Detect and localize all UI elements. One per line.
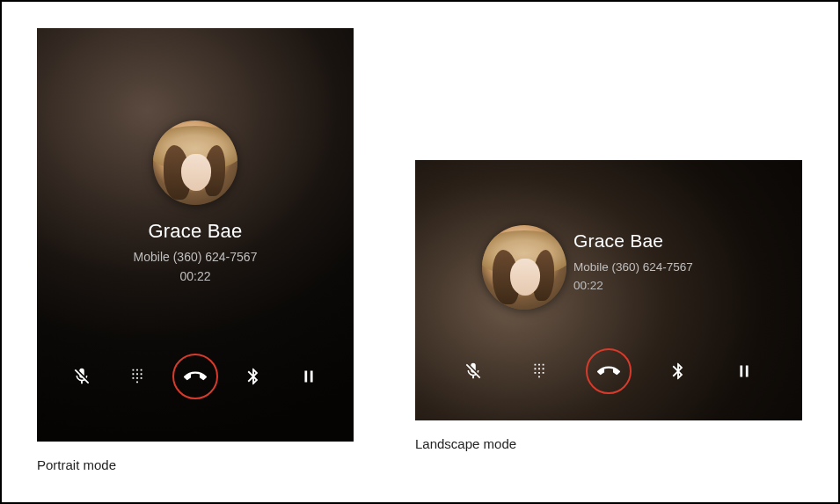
phone-line: Mobile (360) 624-7567 xyxy=(37,250,354,264)
landscape-column: Grace Bae Mobile (360) 624-7567 00:22 xyxy=(415,160,802,451)
mic-off-icon xyxy=(464,362,483,381)
bluetooth-button[interactable] xyxy=(659,352,698,391)
dialpad-button[interactable] xyxy=(118,357,157,396)
call-info: Grace Bae Mobile (360) 624-7567 00:22 xyxy=(573,230,693,292)
call-info: Grace Bae Mobile (360) 624-7567 00:22 xyxy=(37,220,354,283)
call-duration: 00:22 xyxy=(37,269,354,283)
call-controls xyxy=(37,354,354,399)
landscape-caption: Landscape mode xyxy=(415,436,802,451)
mute-button[interactable] xyxy=(454,352,493,391)
dialpad-icon xyxy=(128,367,147,386)
end-call-button[interactable] xyxy=(586,348,632,394)
avatar-detail xyxy=(533,250,554,301)
portrait-caption: Portrait mode xyxy=(37,457,354,472)
end-call-icon xyxy=(184,365,207,388)
avatar-detail xyxy=(493,250,519,304)
call-duration: 00:22 xyxy=(573,279,693,292)
document-frame: Grace Bae Mobile (360) 624-7567 00:22 xyxy=(0,0,840,504)
end-call-button[interactable] xyxy=(172,354,218,399)
mic-off-icon xyxy=(72,367,91,386)
bluetooth-button[interactable] xyxy=(234,357,273,396)
avatar-detail xyxy=(204,145,225,196)
contact-avatar[interactable] xyxy=(482,225,566,310)
bluetooth-icon xyxy=(244,367,263,386)
incall-screen-landscape: Grace Bae Mobile (360) 624-7567 00:22 xyxy=(415,160,802,420)
hold-button[interactable] xyxy=(289,357,328,396)
bluetooth-icon xyxy=(668,362,688,381)
contact-avatar[interactable] xyxy=(153,121,237,205)
hold-button[interactable] xyxy=(725,352,763,391)
portrait-column: Grace Bae Mobile (360) 624-7567 00:22 xyxy=(37,28,354,472)
pause-icon xyxy=(734,362,754,381)
call-controls xyxy=(415,348,802,394)
incall-screen-portrait: Grace Bae Mobile (360) 624-7567 00:22 xyxy=(37,28,354,442)
mute-button[interactable] xyxy=(62,357,101,396)
pause-icon xyxy=(299,367,318,386)
dialpad-icon xyxy=(530,362,549,381)
avatar-detail xyxy=(164,145,190,200)
dialpad-button[interactable] xyxy=(520,352,559,391)
end-call-icon xyxy=(597,360,620,383)
contact-name: Grace Bae xyxy=(37,220,354,243)
contact-name: Grace Bae xyxy=(573,230,693,252)
phone-line: Mobile (360) 624-7567 xyxy=(573,260,693,274)
